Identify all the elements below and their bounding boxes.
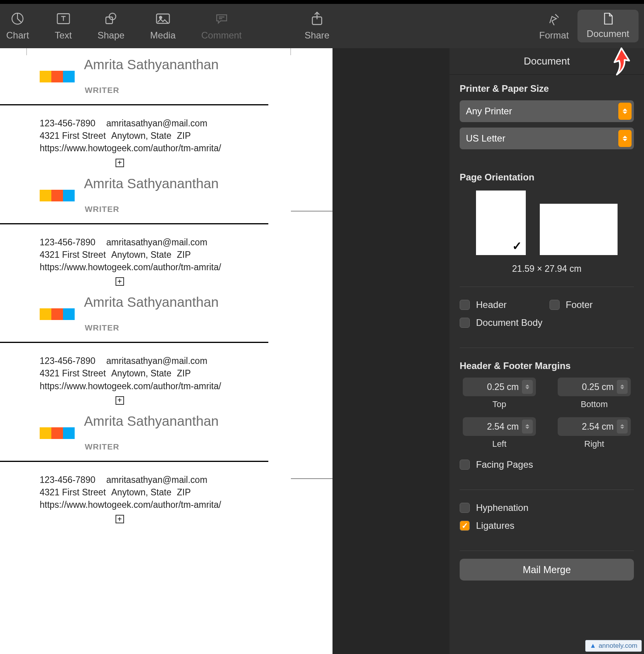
card-name: Amrita Sathyananthan xyxy=(84,294,219,310)
ligatures-checkbox[interactable]: ✓ xyxy=(460,521,470,531)
card-role: WRITER xyxy=(85,86,332,95)
card-contact: 123-456-7890amritasathyan@mail.com 4321 … xyxy=(0,236,332,274)
document-icon xyxy=(600,11,615,26)
stepper-arrows-icon xyxy=(617,420,628,434)
dropdown-arrow-icon xyxy=(618,130,632,147)
printer-paper-title: Printer & Paper Size xyxy=(460,83,634,94)
comment-icon xyxy=(214,11,229,26)
stepper-arrows-icon xyxy=(617,380,628,394)
header-checkbox[interactable] xyxy=(460,300,470,310)
card-role: WRITER xyxy=(85,323,332,332)
text-button[interactable]: Text xyxy=(55,11,72,41)
comment-button[interactable]: Comment xyxy=(201,11,242,41)
color-swatches xyxy=(40,190,75,201)
shape-icon xyxy=(103,11,118,26)
add-card-icon[interactable]: + xyxy=(116,515,124,523)
svg-point-5 xyxy=(159,16,162,19)
business-card[interactable]: Amrita Sathyananthan WRITER 123-456-7890… xyxy=(0,48,332,167)
color-swatches xyxy=(40,427,75,439)
printer-dropdown[interactable]: Any Printer xyxy=(460,100,634,122)
document-body-checkbox-row: Document Body xyxy=(460,317,634,328)
card-role: WRITER xyxy=(85,205,332,214)
facing-pages-checkbox[interactable] xyxy=(460,460,470,470)
card-contact: 123-456-7890amritasathyan@mail.com 4321 … xyxy=(0,474,332,511)
footer-checkbox-row: Footer xyxy=(550,299,593,310)
card-contact: 123-456-7890amritasathyan@mail.com 4321 … xyxy=(0,117,332,155)
card-contact: 123-456-7890amritasathyan@mail.com 4321 … xyxy=(0,355,332,392)
card-name: Amrita Sathyananthan xyxy=(84,57,219,72)
margin-top-stepper[interactable]: 0.25 cm xyxy=(463,378,536,396)
stepper-arrows-icon xyxy=(522,380,533,394)
share-button[interactable]: Share xyxy=(304,11,329,41)
media-icon xyxy=(156,11,170,26)
annotation-arrow xyxy=(610,45,634,79)
orientation-portrait[interactable]: ✓ xyxy=(476,191,526,255)
ligatures-row: ✓ Ligatures xyxy=(460,520,634,531)
card-divider xyxy=(0,342,268,343)
card-name: Amrita Sathyananthan xyxy=(84,413,219,429)
chart-button[interactable]: Chart xyxy=(6,11,29,41)
color-swatches xyxy=(40,308,75,320)
facing-pages-row: Facing Pages xyxy=(460,459,634,470)
paper-size-dropdown[interactable]: US Letter xyxy=(460,128,634,149)
color-swatches xyxy=(40,71,75,82)
card-role: WRITER xyxy=(85,442,332,451)
margin-bottom-stepper[interactable]: 0.25 cm xyxy=(558,378,631,396)
add-card-icon[interactable]: + xyxy=(116,396,124,405)
format-icon xyxy=(547,11,562,26)
chart-icon xyxy=(10,11,25,26)
check-icon: ✓ xyxy=(512,239,522,253)
hyphenation-row: Hyphenation xyxy=(460,502,634,513)
footer-checkbox[interactable] xyxy=(550,300,560,310)
card-divider xyxy=(0,104,268,105)
card-divider xyxy=(0,223,268,224)
card-name: Amrita Sathyananthan xyxy=(84,176,219,191)
media-button[interactable]: Media xyxy=(150,11,175,41)
margin-right-stepper[interactable]: 2.54 cm xyxy=(558,417,631,436)
margins-title: Header & Footer Margins xyxy=(460,360,634,371)
hyphenation-checkbox[interactable] xyxy=(460,503,470,513)
card-divider xyxy=(0,461,268,462)
text-icon xyxy=(56,11,71,26)
header-checkbox-row: Header xyxy=(460,299,507,310)
document-canvas[interactable]: Amrita Sathyananthan WRITER 123-456-7890… xyxy=(0,48,332,654)
margin-left-stepper[interactable]: 2.54 cm xyxy=(463,417,536,436)
business-card[interactable]: Amrita Sathyananthan WRITER 123-456-7890… xyxy=(0,286,332,405)
orientation-landscape[interactable] xyxy=(540,204,618,255)
document-body-checkbox[interactable] xyxy=(460,318,470,328)
format-button[interactable]: Format xyxy=(539,11,569,41)
toolbar: Chart Text Shape Media Comment xyxy=(0,0,644,48)
business-card[interactable]: Amrita Sathyananthan WRITER 123-456-7890… xyxy=(0,167,332,286)
document-inspector: Document Printer & Paper Size Any Printe… xyxy=(450,48,644,654)
share-icon xyxy=(310,11,324,26)
annotely-watermark: ▲annotely.com xyxy=(585,640,642,652)
add-card-icon[interactable]: + xyxy=(116,159,124,167)
mail-merge-button[interactable]: Mail Merge xyxy=(460,559,634,581)
orientation-title: Page Orientation xyxy=(460,172,634,183)
dropdown-arrow-icon xyxy=(618,103,632,120)
stepper-arrows-icon xyxy=(522,420,533,434)
business-card[interactable]: Amrita Sathyananthan WRITER 123-456-7890… xyxy=(0,405,332,524)
page-size-label: 21.59 × 27.94 cm xyxy=(460,264,634,274)
canvas-background xyxy=(332,48,450,654)
document-inspector-button[interactable]: Document xyxy=(578,10,639,42)
add-card-icon[interactable]: + xyxy=(116,277,124,286)
shape-button[interactable]: Shape xyxy=(98,11,124,41)
